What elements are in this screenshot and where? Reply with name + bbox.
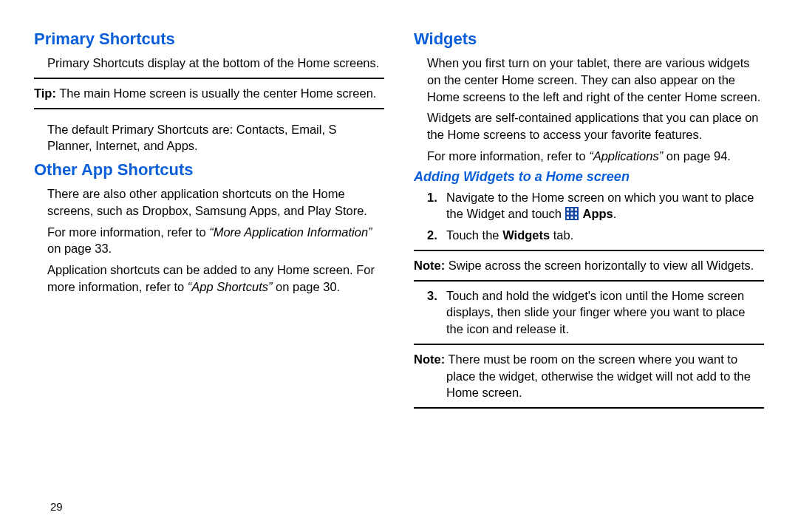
svg-rect-9 xyxy=(575,216,577,219)
divider xyxy=(414,407,764,409)
other-shortcuts-p1: There are also other application shortcu… xyxy=(47,185,384,219)
divider xyxy=(34,78,384,79)
svg-rect-6 xyxy=(575,213,577,215)
divider xyxy=(34,108,384,109)
svg-rect-7 xyxy=(567,216,569,219)
step-1-number: 1. xyxy=(427,189,437,206)
page-number: 29 xyxy=(50,500,63,513)
tip-text: The main Home screen is usually the cent… xyxy=(56,86,376,100)
ref-app-shortcuts: “App Shortcuts” xyxy=(188,280,273,293)
other-shortcuts-p3: Application shortcuts can be added to an… xyxy=(47,262,384,296)
heading-adding-widgets: Adding Widgets to a Home screen xyxy=(414,169,764,185)
widgets-p3a: For more information, refer to xyxy=(427,149,589,163)
widgets-p1: When you first turn on your tablet, ther… xyxy=(427,55,764,105)
primary-shortcuts-p1: Primary Shortcuts display at the bottom … xyxy=(47,55,384,72)
divider xyxy=(414,280,764,282)
svg-rect-3 xyxy=(575,208,577,211)
step-2-widgets-label: Widgets xyxy=(502,228,550,242)
step-3-text: Touch and hold the widget's icon until t… xyxy=(446,289,745,336)
divider xyxy=(414,250,764,251)
primary-shortcuts-p2: The default Primary Shortcuts are: Conta… xyxy=(47,121,384,155)
widgets-p3: For more information, refer to “Applicat… xyxy=(427,148,764,165)
steps-list: 1. Navigate to the Home screen on which … xyxy=(414,189,764,244)
step-1-text-b: . xyxy=(613,207,617,220)
note-1-text: Swipe across the screen horizontally to … xyxy=(445,259,754,272)
svg-rect-4 xyxy=(567,213,569,215)
step-1-apps-label: Apps xyxy=(580,207,613,220)
page-columns: Primary Shortcuts Primary Shortcuts disp… xyxy=(34,30,764,415)
widgets-p3b: on page 94. xyxy=(663,149,731,163)
step-2: 2. Touch the Widgets tab. xyxy=(446,227,764,244)
note-2: Note: There must be room on the screen w… xyxy=(414,351,764,401)
other-p2b: on page 33. xyxy=(47,242,112,255)
note-1-label: Note: xyxy=(414,259,445,272)
note-2-text: There must be room on the screen where y… xyxy=(445,352,751,400)
step-3: 3. Touch and hold the widget's icon unti… xyxy=(446,287,764,338)
step-2-text-a: Touch the xyxy=(446,228,502,242)
tip-block: Tip: The main Home screen is usually the… xyxy=(34,85,384,102)
steps-list-2: 3. Touch and hold the widget's icon unti… xyxy=(414,287,764,338)
widgets-p2: Widgets are self-contained applications … xyxy=(427,109,764,143)
divider xyxy=(414,344,764,345)
other-p3b: on page 30. xyxy=(272,280,340,293)
left-column: Primary Shortcuts Primary Shortcuts disp… xyxy=(34,30,384,415)
apps-grid-icon xyxy=(565,207,579,220)
note-1: Note: Swipe across the screen horizontal… xyxy=(414,257,764,274)
ref-more-application-information: “More Application Information” xyxy=(209,225,372,239)
tip-label: Tip: xyxy=(34,86,56,100)
other-shortcuts-p2: For more information, refer to “More App… xyxy=(47,224,384,258)
svg-rect-1 xyxy=(567,208,569,211)
svg-rect-2 xyxy=(570,208,573,211)
step-3-number: 3. xyxy=(427,287,437,304)
other-p2a: For more information, refer to xyxy=(47,225,209,239)
svg-rect-5 xyxy=(570,213,573,215)
heading-primary-shortcuts: Primary Shortcuts xyxy=(34,30,384,49)
note-2-label: Note: xyxy=(414,352,445,366)
step-2-text-b: tab. xyxy=(550,228,573,242)
step-2-number: 2. xyxy=(427,227,437,244)
svg-rect-8 xyxy=(570,216,573,219)
step-1: 1. Navigate to the Home screen on which … xyxy=(446,189,764,223)
heading-widgets: Widgets xyxy=(414,30,764,49)
heading-other-app-shortcuts: Other App Shortcuts xyxy=(34,160,384,180)
right-column: Widgets When you first turn on your tabl… xyxy=(414,30,764,415)
ref-applications: “Applications” xyxy=(589,149,663,163)
